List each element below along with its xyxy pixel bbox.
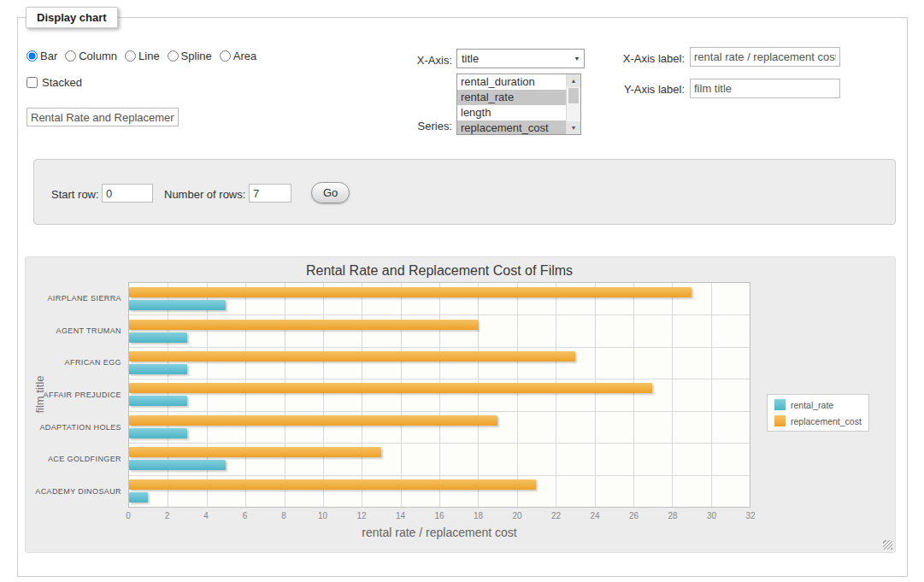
- bar-group: [129, 379, 750, 410]
- category-label: AFRICAN EGG: [65, 358, 121, 367]
- series-option[interactable]: length: [457, 105, 566, 121]
- bar-group: [129, 411, 750, 443]
- series-option[interactable]: rental_rate: [457, 90, 566, 105]
- x-tick-label: 24: [585, 511, 605, 520]
- bar-replacement_cost: [129, 287, 692, 297]
- bar-rental_rate: [129, 460, 226, 470]
- bar-replacement_cost: [129, 351, 575, 362]
- x-tick-label: 18: [468, 511, 489, 520]
- chart-panel: Rental Rate and Replacement Cost of Film…: [25, 256, 896, 553]
- y-axis-label-field-label: Y-Axis label:: [599, 83, 685, 96]
- legend-label: rental_rate: [791, 400, 833, 410]
- bar-rental_rate: [129, 332, 187, 343]
- x-tick-labels: 02468101214161820222426283032: [128, 511, 750, 523]
- x-tick-label: 16: [429, 511, 450, 520]
- x-tick-label: 12: [351, 511, 372, 520]
- category-label: ACE GOLDFINGER: [48, 455, 121, 463]
- display-chart-panel: Display chart Bar Column Line Spline Are…: [17, 17, 908, 577]
- x-axis-label-input[interactable]: [690, 47, 840, 67]
- series-scrollbar[interactable]: ▲ ▼: [566, 74, 580, 134]
- bar-rental_rate: [129, 428, 187, 438]
- chart-type-line[interactable]: Line: [125, 50, 160, 62]
- series-options: rental_durationrental_ratelengthreplacem…: [457, 74, 566, 134]
- scroll-up-icon[interactable]: ▲: [567, 74, 580, 87]
- chart-type-area-radio[interactable]: [220, 50, 231, 62]
- chart-type-column-label: Column: [79, 50, 117, 62]
- x-tick-label: 0: [118, 511, 138, 520]
- category-labels: AIRPLANE SIERRAAGENT TRUMANAFRICAN EGGAF…: [26, 282, 125, 508]
- scrollbar-thumb[interactable]: [568, 88, 579, 103]
- chart-type-column-radio[interactable]: [65, 50, 76, 62]
- bar-replacement_cost: [129, 383, 652, 393]
- chart-type-line-label: Line: [138, 50, 160, 62]
- x-tick-label: 6: [235, 511, 256, 520]
- chart-type-area-label: Area: [233, 50, 256, 62]
- legend-swatch: [774, 399, 786, 410]
- x-tick-label: 10: [313, 511, 333, 520]
- bar-rental_rate: [129, 396, 187, 406]
- bar-group: [129, 475, 750, 507]
- chart-title-input[interactable]: [26, 108, 179, 126]
- chevron-down-icon: ▼: [570, 56, 584, 62]
- bar-group: [129, 283, 750, 315]
- bar-group: [129, 443, 750, 474]
- stacked-option[interactable]: Stacked: [26, 76, 82, 89]
- bar-rental_rate: [129, 364, 187, 374]
- x-tick-label: 26: [624, 511, 644, 520]
- chart-legend: rental_ratereplacement_cost: [767, 394, 869, 432]
- bar-replacement_cost: [129, 415, 497, 426]
- series-field-label: Series:: [377, 120, 452, 132]
- legend-item: rental_rate: [774, 399, 862, 410]
- series-option[interactable]: rental_duration: [457, 74, 566, 90]
- scrollbar-track: [567, 87, 580, 121]
- chart-type-group: Bar Column Line Spline Area: [26, 50, 256, 62]
- bar-group: [129, 315, 750, 346]
- legend-swatch: [774, 415, 786, 426]
- x-tick-label: 14: [391, 511, 411, 520]
- chart-type-area[interactable]: Area: [220, 50, 256, 62]
- bar-rental_rate: [129, 492, 148, 503]
- x-tick-label: 2: [157, 511, 178, 520]
- start-row-input[interactable]: [102, 184, 153, 203]
- x-tick-label: 28: [662, 511, 683, 520]
- series-listbox[interactable]: rental_durationrental_ratelengthreplacem…: [456, 73, 581, 135]
- category-label: AFFAIR PREJUDICE: [44, 391, 121, 399]
- x-tick-label: 22: [546, 511, 567, 520]
- category-label: AGENT TRUMAN: [56, 326, 121, 335]
- plot-area: [128, 282, 750, 508]
- x-axis-select-value: title: [457, 52, 570, 65]
- category-label: ACADEMY DINOSAUR: [35, 487, 121, 496]
- x-tick-label: 8: [274, 511, 294, 520]
- x-tick-label: 4: [196, 511, 216, 520]
- legend-label: replacement_cost: [791, 416, 862, 426]
- chart-type-spline-label: Spline: [181, 50, 212, 62]
- x-tick-label: 32: [740, 511, 761, 520]
- x-axis-label-field-label: X-Axis label:: [599, 52, 685, 65]
- x-tick-label: 30: [702, 511, 722, 520]
- chart-type-line-radio[interactable]: [125, 50, 136, 62]
- go-button[interactable]: Go: [311, 182, 350, 203]
- resize-handle[interactable]: [883, 540, 892, 550]
- y-axis-label-input[interactable]: [690, 79, 840, 98]
- chart-type-spline-radio[interactable]: [168, 50, 179, 62]
- chart-title: Rental Rate and Replacement Cost of Film…: [128, 263, 750, 279]
- panel-title: Display chart: [26, 7, 118, 28]
- x-axis-select[interactable]: title ▼: [456, 49, 585, 68]
- stacked-checkbox[interactable]: [26, 77, 38, 88]
- start-row-label: Start row:: [51, 188, 99, 201]
- chart-type-column[interactable]: Column: [65, 50, 117, 62]
- chart-type-bar[interactable]: Bar: [26, 50, 57, 62]
- x-axis-title: rental rate / replacement cost: [128, 526, 750, 539]
- category-label: ADAPTATION HOLES: [39, 423, 121, 432]
- series-option[interactable]: replacement_cost: [457, 121, 566, 134]
- x-axis-field-label: X-Axis:: [377, 54, 452, 67]
- number-of-rows-input[interactable]: [249, 184, 291, 203]
- stacked-label: Stacked: [42, 76, 82, 89]
- legend-item: replacement_cost: [774, 415, 862, 426]
- row-controls-panel: Start row: Number of rows: Go: [33, 159, 896, 225]
- chart-type-bar-label: Bar: [40, 50, 57, 62]
- scroll-down-icon[interactable]: ▼: [567, 121, 580, 134]
- chart-type-bar-radio[interactable]: [26, 50, 38, 62]
- app-window: Display chart Bar Column Line Spline Are…: [0, 0, 924, 582]
- chart-type-spline[interactable]: Spline: [168, 50, 212, 62]
